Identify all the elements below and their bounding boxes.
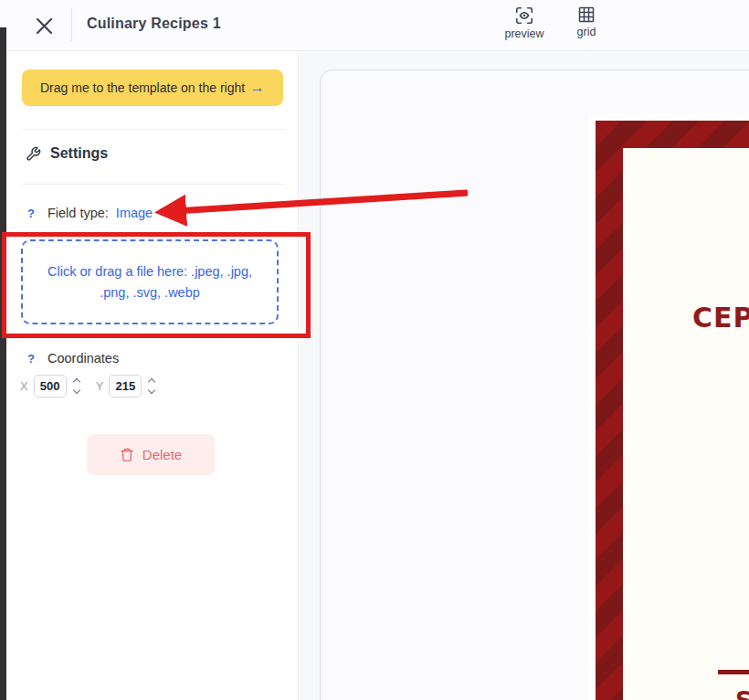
y-axis-label: Y [96,379,104,393]
template-canvas-area: СЕРТИФИКАТ Sample [300,51,749,700]
wrench-icon [26,146,41,162]
page-title: Culinary Recipes 1 [87,16,221,32]
certificate-striped-border: СЕРТИФИКАТ Sample [596,121,749,700]
divider [22,129,285,130]
coordinates-header: ? Coordinates [27,351,119,366]
certificate-body: СЕРТИФИКАТ Sample [623,148,749,700]
trash-icon [120,447,134,462]
x-stepper [72,377,83,395]
drag-button-label: Drag me to the template on the right [40,80,245,95]
x-axis-label: X [20,379,28,393]
field-type-row: ? Field type: Image [27,206,153,220]
chevron-up-icon [148,378,155,386]
certificate-title: СЕРТИФИКАТ [692,302,749,334]
grid-icon [577,5,596,24]
chevron-down-icon [148,387,155,394]
help-icon[interactable]: ? [27,207,35,220]
settings-header: Settings [26,145,108,162]
coordinates-label: Coordinates [47,351,119,366]
x-coordinate-input[interactable] [34,375,67,398]
x-increment-button[interactable] [72,377,83,384]
chevron-down-icon [72,387,79,394]
close-icon [36,17,53,35]
y-stepper [147,377,158,395]
y-decrement-button[interactable] [147,388,158,395]
x-decrement-button[interactable] [72,388,83,395]
grid-label: grid [577,26,596,38]
settings-sidebar: Drag me to the template on the right → S… [6,51,299,700]
file-dropzone[interactable]: Click or drag a file here: .jpeg, .jpg, … [21,239,279,324]
coordinates-inputs: X Y [20,375,171,398]
certificate-template[interactable]: СЕРТИФИКАТ Sample [588,113,749,700]
certificate-signature-line [718,670,749,674]
delete-button[interactable]: Delete [87,434,215,475]
preview-label: preview [504,27,543,40]
field-type-label: Field type: [47,206,109,220]
help-icon[interactable]: ? [27,352,35,366]
left-edge-panel [0,27,6,700]
close-button[interactable] [31,13,57,38]
preview-eye-icon [514,5,534,26]
preview-button[interactable]: preview [499,5,550,40]
y-increment-button[interactable] [147,377,158,384]
settings-title: Settings [50,145,108,162]
grid-button[interactable]: grid [561,5,612,38]
divider [22,184,285,185]
field-type-value-link[interactable]: Image [116,206,153,220]
header-divider [71,8,72,41]
template-editor: { "header": { "title": "Culinary Recipes… [0,0,749,700]
template-canvas-panel[interactable]: СЕРТИФИКАТ Sample [320,69,749,700]
header-bar: Culinary Recipes 1 preview grid [0,0,749,51]
delete-button-label: Delete [142,447,182,462]
dropzone-hint: Click or drag a file here: .jpeg, .jpg, … [32,261,268,303]
certificate-recipient-name: Sample [735,687,749,700]
chevron-up-icon [72,378,79,386]
arrow-right-icon: → [249,79,265,97]
drag-to-template-button[interactable]: Drag me to the template on the right → [22,69,283,106]
y-coordinate-input[interactable] [109,375,142,398]
